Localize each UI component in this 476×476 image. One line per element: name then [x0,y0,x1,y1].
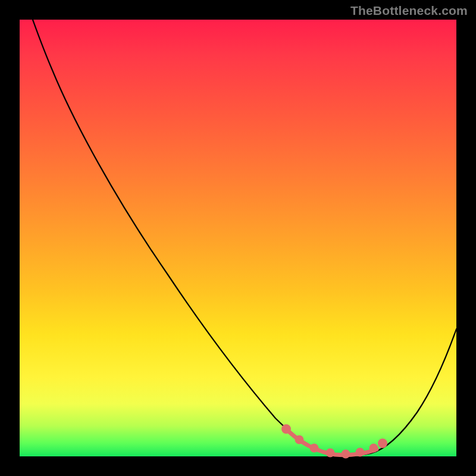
svg-point-6 [371,446,376,450]
svg-point-5 [358,450,362,455]
svg-point-7 [380,441,386,446]
svg-point-0 [284,427,289,432]
curve-layer [20,20,456,456]
watermark-label: TheBottleneck.com [350,4,468,18]
svg-point-1 [297,437,302,442]
bottleneck-curve [33,20,456,456]
chart-frame: TheBottleneck.com [0,0,476,476]
svg-point-3 [328,450,333,455]
svg-point-2 [312,446,317,450]
bottleneck-sweet-spot [284,427,386,457]
plot-area [20,20,456,456]
svg-point-4 [343,452,348,456]
